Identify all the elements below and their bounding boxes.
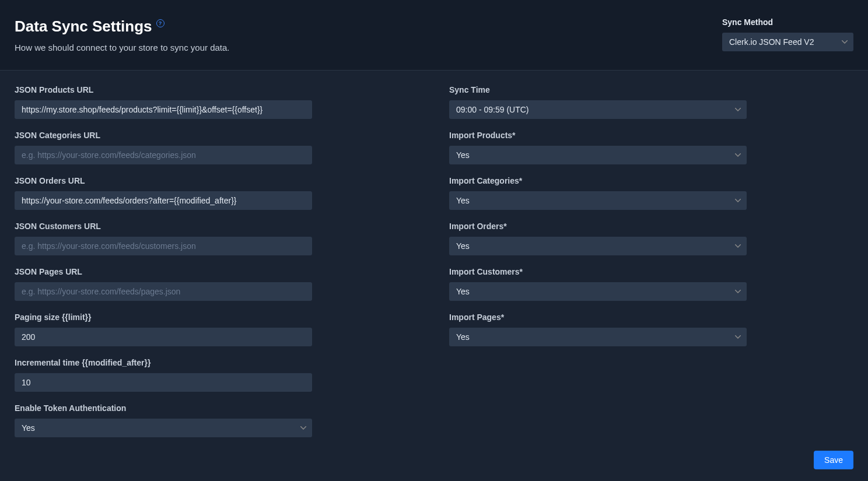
- categories-url-label: JSON Categories URL: [15, 131, 312, 140]
- sync-time-select[interactable]: 09:00 - 09:59 (UTC): [449, 100, 747, 119]
- incremental-time-label: Incremental time {{modified_after}}: [15, 358, 312, 367]
- sync-method-label: Sync Method: [722, 17, 853, 27]
- import-products-label: Import Products*: [449, 131, 747, 140]
- paging-size-input[interactable]: [15, 328, 312, 346]
- left-column: JSON Products URL JSON Categories URL JS…: [15, 85, 312, 481]
- help-icon[interactable]: ?: [156, 19, 164, 27]
- products-url-input[interactable]: [15, 100, 312, 119]
- orders-url-input[interactable]: [15, 191, 312, 210]
- import-categories-select[interactable]: Yes: [449, 191, 747, 210]
- import-customers-select[interactable]: Yes: [449, 282, 747, 301]
- import-customers-label: Import Customers*: [449, 267, 747, 276]
- import-pages-label: Import Pages*: [449, 313, 747, 322]
- categories-url-input[interactable]: [15, 146, 312, 164]
- import-orders-select[interactable]: Yes: [449, 237, 747, 255]
- import-orders-label: Import Orders*: [449, 222, 747, 231]
- token-auth-select[interactable]: Yes: [15, 419, 312, 437]
- import-products-select[interactable]: Yes: [449, 146, 747, 164]
- right-column: Sync Time 09:00 - 09:59 (UTC) Import Pro…: [449, 85, 747, 481]
- paging-size-label: Paging size {{limit}}: [15, 313, 312, 322]
- token-auth-label: Enable Token Authentication: [15, 403, 312, 413]
- incremental-time-input[interactable]: [15, 373, 312, 392]
- import-categories-label: Import Categories*: [449, 176, 747, 185]
- customers-url-input[interactable]: [15, 237, 312, 255]
- sync-time-label: Sync Time: [449, 85, 747, 94]
- pages-url-input[interactable]: [15, 282, 312, 301]
- save-button[interactable]: Save: [814, 451, 853, 469]
- pages-url-label: JSON Pages URL: [15, 267, 312, 276]
- page-header: Data Sync Settings ? How we should conne…: [0, 0, 868, 71]
- orders-url-label: JSON Orders URL: [15, 176, 312, 185]
- import-pages-select[interactable]: Yes: [449, 328, 747, 346]
- products-url-label: JSON Products URL: [15, 85, 312, 94]
- sync-method-select[interactable]: Clerk.io JSON Feed V2: [722, 33, 853, 51]
- page-subtitle: How we should connect to your store to s…: [15, 43, 230, 52]
- customers-url-label: JSON Customers URL: [15, 222, 312, 231]
- page-title: Data Sync Settings: [15, 17, 152, 36]
